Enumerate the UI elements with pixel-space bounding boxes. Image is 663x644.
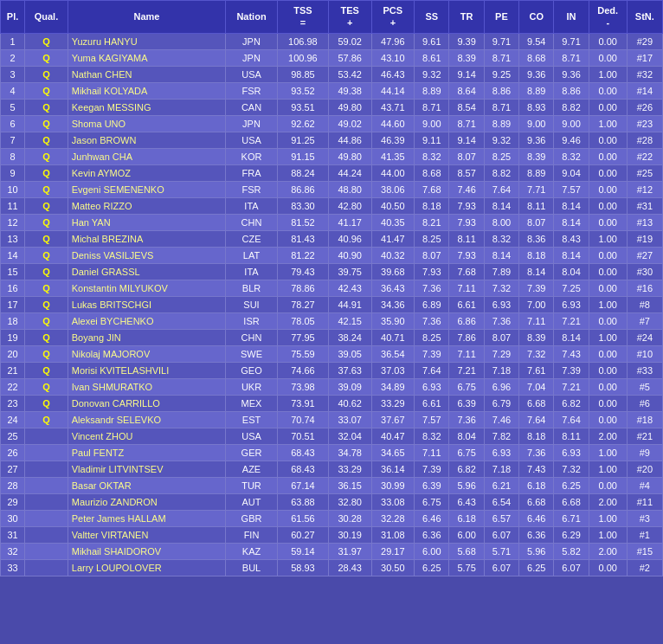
name-cell[interactable]: Nathan CHEN: [68, 66, 225, 82]
table-row: 22QIvan SHMURATKOUKR73.9839.0934.896.936…: [1, 378, 663, 395]
ss-cell: 6.61: [415, 395, 449, 411]
name-cell[interactable]: Larry LOUPOLOVER: [68, 559, 225, 576]
co-cell: 7.71: [519, 181, 554, 197]
tes-cell: 49.02: [328, 115, 371, 132]
name-cell[interactable]: Lukas BRITSCHGI: [68, 296, 225, 312]
name-cell[interactable]: Mikhail KOLYADA: [68, 82, 225, 99]
tes-cell: 32.80: [328, 493, 371, 510]
qual-cell: Q: [25, 181, 68, 197]
name-cell[interactable]: Boyang JIN: [68, 329, 225, 345]
name-cell[interactable]: Valtter VIRTANEN: [68, 526, 225, 543]
col-pe: PE: [484, 1, 518, 34]
place-cell: 30: [1, 510, 25, 526]
stn-cell: #16: [627, 280, 662, 296]
name-cell[interactable]: Maurizio ZANDRON: [68, 493, 225, 510]
pcs-cell: 41.47: [371, 230, 415, 247]
stn-cell: #18: [627, 411, 662, 428]
name-cell[interactable]: Vincent ZHOU: [68, 428, 225, 444]
ss-cell: 7.57: [415, 411, 449, 428]
name-cell[interactable]: Shoma UNO: [68, 115, 225, 132]
name-cell[interactable]: Junhwan CHA: [68, 148, 225, 164]
stn-cell: #11: [627, 493, 662, 510]
name-cell[interactable]: Paul FENTZ: [68, 444, 225, 460]
nation-cell: SUI: [226, 296, 278, 312]
name-cell[interactable]: Jason BROWN: [68, 132, 225, 148]
place-cell: 22: [1, 378, 25, 395]
nation-cell: TUR: [226, 477, 278, 493]
in-cell: 7.64: [554, 411, 589, 428]
header-row: Pl. Qual. Name Nation TSS= TES+ PCS+ SS …: [1, 1, 663, 34]
tr-cell: 6.75: [449, 378, 484, 395]
qual-cell: Q: [25, 197, 68, 214]
pcs-cell: 40.47: [371, 428, 415, 444]
name-cell[interactable]: Konstantin MILYUKOV: [68, 280, 225, 296]
name-cell[interactable]: Alexei BYCHENKO: [68, 312, 225, 329]
nation-cell: CAN: [226, 99, 278, 115]
name-cell[interactable]: Nikolaj MAJOROV: [68, 345, 225, 362]
pe-cell: 7.89: [484, 263, 518, 280]
pe-cell: 6.96: [484, 378, 518, 395]
co-cell: 9.36: [519, 132, 554, 148]
place-cell: 2: [1, 49, 25, 66]
tr-cell: 6.39: [449, 395, 484, 411]
place-cell: 33: [1, 559, 25, 576]
name-cell[interactable]: Kevin AYMOZ: [68, 164, 225, 181]
pe-cell: 7.18: [484, 460, 518, 477]
pcs-cell: 46.39: [371, 132, 415, 148]
name-cell[interactable]: Yuzuru HANYU: [68, 33, 225, 49]
in-cell: 6.68: [554, 493, 589, 510]
name-cell[interactable]: Han YAN: [68, 214, 225, 230]
name-cell[interactable]: Daniel GRASSL: [68, 263, 225, 280]
name-cell[interactable]: Keegan MESSING: [68, 99, 225, 115]
name-cell[interactable]: Peter James HALLAM: [68, 510, 225, 526]
tr-cell: 9.14: [449, 66, 484, 82]
nation-cell: CHN: [226, 329, 278, 345]
name-cell[interactable]: Yuma KAGIYAMA: [68, 49, 225, 66]
ss-cell: 8.32: [415, 428, 449, 444]
co-cell: 9.36: [519, 66, 554, 82]
qual-cell: [25, 460, 68, 477]
in-cell: 8.14: [554, 214, 589, 230]
tr-cell: 6.86: [449, 312, 484, 329]
place-cell: 8: [1, 148, 25, 164]
tes-cell: 42.80: [328, 197, 371, 214]
ss-cell: 9.32: [415, 66, 449, 82]
nation-cell: ISR: [226, 312, 278, 329]
name-cell[interactable]: Morisi KVITELASHVILI: [68, 362, 225, 378]
qual-cell: Q: [25, 115, 68, 132]
name-cell[interactable]: Evgeni SEMENENKO: [68, 181, 225, 197]
name-cell[interactable]: Deniss VASILJEVS: [68, 247, 225, 263]
pcs-cell: 29.17: [371, 543, 415, 559]
tss-cell: 91.15: [277, 148, 328, 164]
co-cell: 5.96: [519, 543, 554, 559]
ded-cell: 0.00: [589, 312, 627, 329]
ded-cell: 0.00: [589, 132, 627, 148]
qual-cell: Q: [25, 164, 68, 181]
nation-cell: USA: [226, 428, 278, 444]
nation-cell: GEO: [226, 362, 278, 378]
in-cell: 7.21: [554, 312, 589, 329]
name-cell[interactable]: Ivan SHMURATKO: [68, 378, 225, 395]
ss-cell: 8.21: [415, 214, 449, 230]
name-cell[interactable]: Donovan CARRILLO: [68, 395, 225, 411]
col-tss: TSS=: [277, 1, 328, 34]
place-cell: 1: [1, 33, 25, 49]
ss-cell: 9.11: [415, 132, 449, 148]
stn-cell: #25: [627, 164, 662, 181]
name-cell[interactable]: Basar OKTAR: [68, 477, 225, 493]
name-cell[interactable]: Michal BREZINA: [68, 230, 225, 247]
qual-cell: [25, 526, 68, 543]
name-cell[interactable]: Vladimir LITVINTSEV: [68, 460, 225, 477]
ded-cell: 0.00: [589, 378, 627, 395]
qual-cell: Q: [25, 230, 68, 247]
ss-cell: 6.75: [415, 493, 449, 510]
pe-cell: 9.25: [484, 66, 518, 82]
ded-cell: 0.00: [589, 33, 627, 49]
ded-cell: 0.00: [589, 559, 627, 576]
co-cell: 8.14: [519, 263, 554, 280]
name-cell[interactable]: Matteo RIZZO: [68, 197, 225, 214]
tss-cell: 73.91: [277, 395, 328, 411]
name-cell[interactable]: Aleksandr SELEVKO: [68, 411, 225, 428]
place-cell: 17: [1, 296, 25, 312]
name-cell[interactable]: Mikhail SHAIDOROV: [68, 543, 225, 559]
